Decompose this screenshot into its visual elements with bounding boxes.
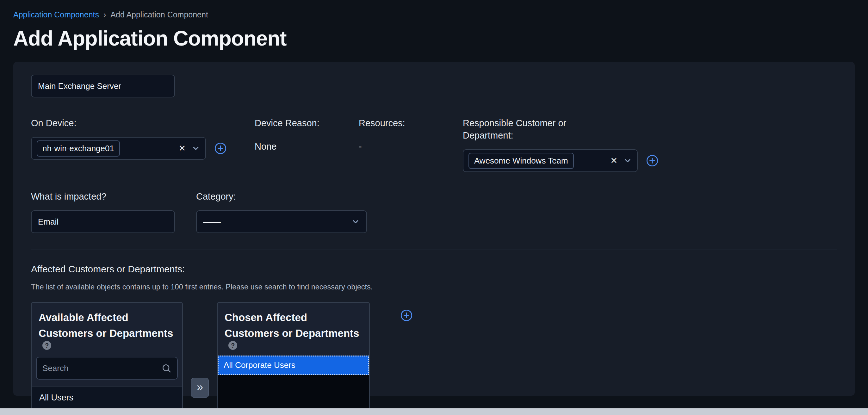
chosen-list-header: Chosen Affected Customers or Departments… bbox=[218, 303, 369, 355]
resources-label: Resources: bbox=[359, 117, 463, 129]
on-device-field: On Device: nh-win-exchange01 ✕ bbox=[31, 117, 255, 160]
on-device-clear-icon[interactable]: ✕ bbox=[178, 144, 186, 153]
available-listbox: Available Affected Customers or Departme… bbox=[31, 302, 183, 415]
device-row: On Device: nh-win-exchange01 ✕ Device Re… bbox=[31, 117, 837, 172]
impacted-input[interactable] bbox=[31, 210, 175, 233]
impacted-label: What is impacted? bbox=[31, 190, 196, 203]
category-selected-value: —— bbox=[203, 217, 220, 227]
breadcrumb: Application Components › Add Application… bbox=[13, 10, 855, 19]
impacted-field: What is impacted? bbox=[31, 190, 196, 233]
responsible-label: Responsible Customer or Department: bbox=[463, 117, 602, 142]
responsible-field: Responsible Customer or Department: Awes… bbox=[463, 117, 837, 172]
page-header: Application Components › Add Application… bbox=[0, 0, 868, 60]
affected-section-label: Affected Customers or Departments: bbox=[31, 264, 837, 275]
available-list-header: Available Affected Customers or Departme… bbox=[32, 303, 182, 355]
resources-value: - bbox=[359, 141, 463, 152]
add-affected-button[interactable] bbox=[400, 309, 413, 322]
on-device-label: On Device: bbox=[31, 117, 255, 129]
chevron-down-icon bbox=[351, 217, 360, 226]
on-device-selected-value: nh-win-exchange01 bbox=[37, 140, 120, 157]
page-title: Add Application Component bbox=[13, 26, 855, 50]
chevron-down-icon[interactable] bbox=[191, 144, 200, 153]
help-icon[interactable]: ? bbox=[228, 341, 237, 350]
chevron-down-icon[interactable] bbox=[623, 156, 632, 165]
affected-dual-list: Available Affected Customers or Departme… bbox=[31, 302, 837, 415]
impact-row: What is impacted? Category: —— bbox=[31, 190, 837, 233]
search-icon bbox=[161, 363, 172, 375]
breadcrumb-current: Add Application Component bbox=[111, 10, 208, 19]
breadcrumb-separator: › bbox=[103, 10, 106, 19]
chosen-list-title: Chosen Affected Customers or Departments bbox=[225, 312, 359, 339]
list-item[interactable]: All Users bbox=[32, 387, 182, 409]
add-responsible-button[interactable] bbox=[646, 154, 659, 167]
breadcrumb-link-application-components[interactable]: Application Components bbox=[13, 10, 99, 19]
chosen-listbox: Chosen Affected Customers or Departments… bbox=[217, 302, 370, 415]
category-select[interactable]: —— bbox=[196, 210, 367, 233]
help-icon[interactable]: ? bbox=[42, 341, 51, 350]
category-field: Category: —— bbox=[196, 190, 837, 233]
responsible-selected-value: Awesome Windows Team bbox=[468, 153, 574, 169]
chosen-items: All Corporate Users bbox=[218, 355, 369, 415]
move-right-button[interactable]: » bbox=[191, 378, 209, 397]
available-list-title: Available Affected Customers or Departme… bbox=[39, 312, 173, 339]
list-item-selected[interactable]: All Corporate Users bbox=[218, 355, 369, 375]
device-reason-label: Device Reason: bbox=[255, 117, 359, 129]
affected-hint: The list of available objects contains u… bbox=[31, 283, 837, 291]
category-label: Category: bbox=[196, 190, 837, 203]
section-divider bbox=[31, 250, 837, 250]
add-device-button[interactable] bbox=[214, 142, 227, 155]
responsible-combobox[interactable]: Awesome Windows Team ✕ bbox=[463, 149, 638, 172]
device-reason-value: None bbox=[255, 141, 359, 152]
bottom-strip bbox=[0, 408, 868, 415]
available-search-wrap bbox=[32, 355, 182, 386]
responsible-clear-icon[interactable]: ✕ bbox=[610, 157, 617, 165]
available-search-input[interactable] bbox=[36, 357, 178, 380]
on-device-combobox[interactable]: nh-win-exchange01 ✕ bbox=[31, 137, 206, 160]
device-reason-field: Device Reason: None bbox=[255, 117, 359, 152]
component-name-input[interactable] bbox=[31, 75, 175, 97]
resources-field: Resources: - bbox=[359, 117, 463, 152]
form-panel: On Device: nh-win-exchange01 ✕ Device Re… bbox=[13, 62, 855, 396]
